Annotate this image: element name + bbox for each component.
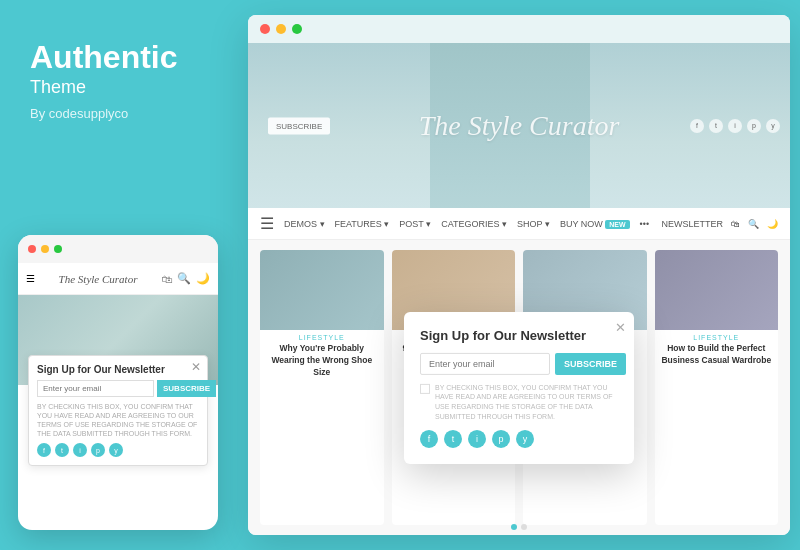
nav-item-categories[interactable]: CATEGORIES ▾ bbox=[441, 219, 507, 229]
brand-title: Authentic bbox=[30, 40, 210, 75]
desktop-instagram-icon[interactable]: i bbox=[728, 119, 742, 133]
nav-newsletter-label[interactable]: NEWSLETTER bbox=[661, 219, 723, 229]
pagination-dot-2[interactable] bbox=[521, 524, 527, 530]
nav-item-post[interactable]: POST ▾ bbox=[399, 219, 431, 229]
nav-item-features[interactable]: FEATURES ▾ bbox=[335, 219, 390, 229]
desktop-nav: ☰ DEMOS ▾ FEATURES ▾ POST ▾ CATEGORIES ▾… bbox=[248, 208, 790, 240]
mobile-youtube-icon[interactable]: y bbox=[109, 443, 123, 457]
desktop-card-4: LIFESTYLE How to Build the Perfect Busin… bbox=[655, 250, 779, 525]
desktop-subscribe-button[interactable]: SUBSCRIBE bbox=[555, 352, 626, 374]
mobile-social-icons: f t i p y bbox=[37, 443, 199, 457]
desktop-hero-title: The Style Curator bbox=[419, 110, 620, 142]
desktop-facebook-icon[interactable]: f bbox=[690, 119, 704, 133]
mobile-instagram-icon[interactable]: i bbox=[73, 443, 87, 457]
left-panel: Authentic Theme By codesupplyco ☰ The St… bbox=[0, 0, 240, 550]
desktop-nav-right: NEWSLETTER 🛍 🔍 🌙 bbox=[661, 219, 778, 229]
desktop-preview: The Style Curator SUBSCRIBE f t i p y ☰ … bbox=[248, 15, 790, 535]
mobile-subscribe-button[interactable]: SUBSCRIBE bbox=[157, 380, 216, 397]
desktop-newsletter-close-button[interactable]: ✕ bbox=[615, 319, 626, 334]
mobile-bag-icon[interactable]: 🛍 bbox=[161, 273, 172, 285]
desktop-youtube-icon[interactable]: y bbox=[766, 119, 780, 133]
mobile-moon-icon[interactable]: 🌙 bbox=[196, 272, 210, 285]
desktop-content: LIFESTYLE Why You're Probably Wearing th… bbox=[248, 240, 790, 535]
mobile-newsletter-title: Sign Up for Our Newsletter bbox=[37, 364, 199, 375]
mobile-checkbox-text: BY CHECKING THIS BOX, YOU CONFIRM THAT Y… bbox=[37, 402, 199, 438]
desktop-card-4-label: LIFESTYLE bbox=[655, 330, 779, 343]
desktop-card-1: LIFESTYLE Why You're Probably Wearing th… bbox=[260, 250, 384, 525]
pagination-dots bbox=[511, 524, 527, 530]
mobile-facebook-icon[interactable]: f bbox=[37, 443, 51, 457]
mobile-brand-name: The Style Curator bbox=[59, 273, 138, 285]
mobile-top-bar bbox=[18, 235, 218, 263]
desktop-twitter-icon[interactable]: t bbox=[709, 119, 723, 133]
mobile-preview: ☰ The Style Curator 🛍 🔍 🌙 ✕ Sign Up for … bbox=[18, 235, 218, 530]
desktop-hamburger-icon[interactable]: ☰ bbox=[260, 214, 274, 233]
desktop-newsletter-popup: ✕ Sign Up for Our Newsletter SUBSCRIBE B… bbox=[404, 311, 634, 463]
newsletter-youtube-icon[interactable]: y bbox=[516, 430, 534, 448]
nav-moon-icon[interactable]: 🌙 bbox=[767, 219, 778, 229]
mobile-twitter-icon[interactable]: t bbox=[55, 443, 69, 457]
desktop-email-input[interactable] bbox=[420, 352, 550, 374]
mobile-maximize-dot bbox=[54, 245, 62, 253]
nav-item-buy-now[interactable]: BUY NOW NEW bbox=[560, 219, 630, 229]
brand-subtitle: Theme bbox=[30, 77, 210, 98]
nav-item-shop[interactable]: SHOP ▾ bbox=[517, 219, 550, 229]
desktop-newsletter-checkbox-area: BY CHECKING THIS BOX, YOU CONFIRM THAT Y… bbox=[420, 382, 618, 421]
desktop-card-4-title[interactable]: How to Build the Perfect Business Casual… bbox=[655, 343, 779, 372]
nav-cart-icon[interactable]: 🛍 bbox=[731, 219, 740, 229]
mobile-nav: ☰ The Style Curator 🛍 🔍 🌙 bbox=[18, 263, 218, 295]
desktop-card-1-image bbox=[260, 250, 384, 330]
mobile-newsletter-form: SUBSCRIBE bbox=[37, 380, 199, 397]
desktop-top-bar bbox=[248, 15, 790, 43]
nav-item-demos[interactable]: DEMOS ▾ bbox=[284, 219, 325, 229]
mobile-nav-icons: 🛍 🔍 🌙 bbox=[161, 272, 210, 285]
buy-now-badge: NEW bbox=[605, 220, 629, 229]
mobile-email-input[interactable] bbox=[37, 380, 154, 397]
mobile-search-icon[interactable]: 🔍 bbox=[177, 272, 191, 285]
desktop-card-1-label: LIFESTYLE bbox=[260, 330, 384, 343]
desktop-nav-items: DEMOS ▾ FEATURES ▾ POST ▾ CATEGORIES ▾ S… bbox=[284, 219, 649, 229]
mobile-newsletter-close-button[interactable]: ✕ bbox=[191, 360, 201, 374]
desktop-maximize-dot bbox=[292, 24, 302, 34]
mobile-minimize-dot bbox=[41, 245, 49, 253]
desktop-card-4-image bbox=[655, 250, 779, 330]
newsletter-pinterest-icon[interactable]: p bbox=[492, 430, 510, 448]
desktop-newsletter-checkbox-text: BY CHECKING THIS BOX, YOU CONFIRM THAT Y… bbox=[435, 382, 618, 421]
desktop-hero-badge[interactable]: SUBSCRIBE bbox=[268, 117, 330, 134]
nav-search-icon[interactable]: 🔍 bbox=[748, 219, 759, 229]
pagination-dot-1[interactable] bbox=[511, 524, 517, 530]
desktop-nav-left: ☰ DEMOS ▾ FEATURES ▾ POST ▾ CATEGORIES ▾… bbox=[260, 214, 649, 233]
mobile-newsletter-popup: ✕ Sign Up for Our Newsletter SUBSCRIBE B… bbox=[28, 355, 208, 466]
newsletter-facebook-icon[interactable]: f bbox=[420, 430, 438, 448]
desktop-close-dot bbox=[260, 24, 270, 34]
desktop-card-1-title[interactable]: Why You're Probably Wearing the Wrong Sh… bbox=[260, 343, 384, 384]
desktop-newsletter-title: Sign Up for Our Newsletter bbox=[420, 327, 618, 342]
desktop-newsletter-social: f t i p y bbox=[420, 430, 618, 448]
desktop-hero: The Style Curator SUBSCRIBE f t i p y bbox=[248, 43, 790, 208]
newsletter-instagram-icon[interactable]: i bbox=[468, 430, 486, 448]
mobile-hamburger-icon[interactable]: ☰ bbox=[26, 273, 35, 284]
brand-author: By codesupplyco bbox=[30, 106, 210, 121]
mobile-close-dot bbox=[28, 245, 36, 253]
newsletter-twitter-icon[interactable]: t bbox=[444, 430, 462, 448]
desktop-minimize-dot bbox=[276, 24, 286, 34]
nav-more-icon[interactable]: ••• bbox=[640, 219, 649, 229]
desktop-pinterest-icon[interactable]: p bbox=[747, 119, 761, 133]
mobile-pinterest-icon[interactable]: p bbox=[91, 443, 105, 457]
desktop-newsletter-form: SUBSCRIBE bbox=[420, 352, 618, 374]
desktop-hero-social: f t i p y bbox=[690, 119, 780, 133]
desktop-newsletter-checkbox[interactable] bbox=[420, 383, 430, 393]
